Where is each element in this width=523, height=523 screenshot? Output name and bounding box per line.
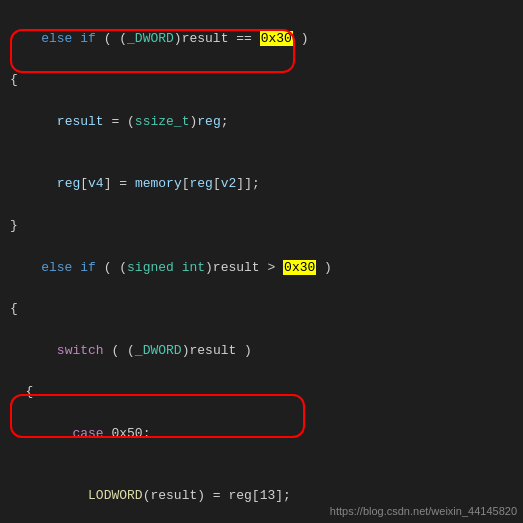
code-line-10: case 0x50: bbox=[10, 403, 513, 465]
code-line-9: { bbox=[10, 382, 513, 403]
code-line-8: switch ( (_DWORD)result ) bbox=[10, 320, 513, 382]
watermark: https://blog.csdn.net/weixin_44145820 bbox=[330, 505, 517, 517]
code-line-1: else if ( (_DWORD)result == 0x30 ) bbox=[10, 8, 513, 70]
code-block: else if ( (_DWORD)result == 0x30 ) { res… bbox=[0, 0, 523, 523]
code-line-4: reg[v4] = memory[reg[v2]]; bbox=[10, 154, 513, 216]
code-line-5: } bbox=[10, 216, 513, 237]
code-line-3: result = (ssize_t)reg; bbox=[10, 91, 513, 153]
code-line-6: else if ( (signed int)result > 0x30 ) bbox=[10, 237, 513, 299]
code-line-7: { bbox=[10, 299, 513, 320]
code-line-2: { bbox=[10, 70, 513, 91]
